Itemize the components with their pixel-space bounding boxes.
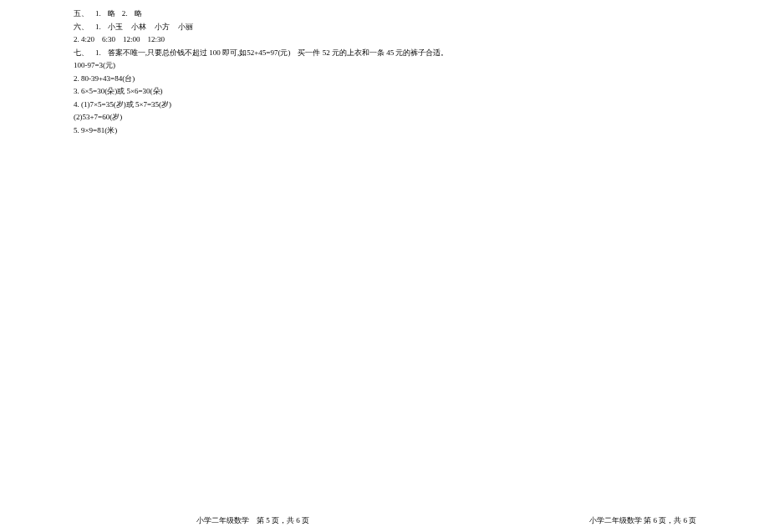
answer-text: 4. (1)7×5=35(岁)或 5×7=35(岁) <box>74 100 171 109</box>
answer-text: 小方 <box>155 23 170 31</box>
footer-left-page: 小学二年级数学 第 5 页，共 6 页 <box>196 515 309 526</box>
item-number: 1. <box>95 9 101 18</box>
answer-line-2: 六、1.小玉小林小方小丽 <box>74 22 769 33</box>
section-label: 七、 <box>74 48 89 57</box>
answer-text: 3. 6×5=30(朵)或 5×6=30(朵) <box>74 87 163 95</box>
answer-line-3: 2. 4:20 6:30 12:00 12:30 <box>74 34 769 46</box>
answer-text: (2)53+7=60(岁) <box>74 113 122 121</box>
answer-text: 小丽 <box>178 23 193 31</box>
answer-text: 小林 <box>131 23 146 31</box>
answer-line-9: (2)53+7=60(岁) <box>74 112 769 124</box>
answer-line-6: 2. 80-39+43=84(台) <box>74 73 769 85</box>
answer-line-8: 4. (1)7×5=35(岁)或 5×7=35(岁) <box>74 99 769 111</box>
document-content: 五、1.略2.略 六、1.小玉小林小方小丽 2. 4:20 6:30 12:00… <box>0 0 769 136</box>
answer-text: 100-97=3(元) <box>74 61 115 69</box>
answer-text: 答案不唯一,只要总价钱不超过 100 即可,如52+45=97(元) 买一件 5… <box>108 48 449 57</box>
section-label: 五、 <box>74 9 89 18</box>
footer-right-page: 小学二年级数学 第 6 页，共 6 页 <box>589 515 696 526</box>
answer-line-10: 5. 9×9=81(米) <box>74 125 769 137</box>
answer-line-7: 3. 6×5=30(朵)或 5×6=30(朵) <box>74 86 769 98</box>
answer-text: 2. 80-39+43=84(台) <box>74 74 135 83</box>
item-number: 1. <box>95 48 101 57</box>
answer-text: 小玉 <box>108 23 123 31</box>
answer-line-4: 七、1.答案不唯一,只要总价钱不超过 100 即可,如52+45=97(元) 买… <box>74 48 769 59</box>
item-number: 1. <box>95 23 101 31</box>
answer-text: 2. 4:20 6:30 12:00 12:30 <box>74 35 165 43</box>
section-label: 六、 <box>74 23 89 31</box>
answer-text: 略 <box>108 9 115 18</box>
answer-text: 略 <box>135 9 142 18</box>
answer-text: 5. 9×9=81(米) <box>74 126 117 134</box>
answer-line-1: 五、1.略2.略 <box>74 8 769 20</box>
answer-line-5: 100-97=3(元) <box>74 60 769 72</box>
item-number: 2. <box>122 9 128 18</box>
